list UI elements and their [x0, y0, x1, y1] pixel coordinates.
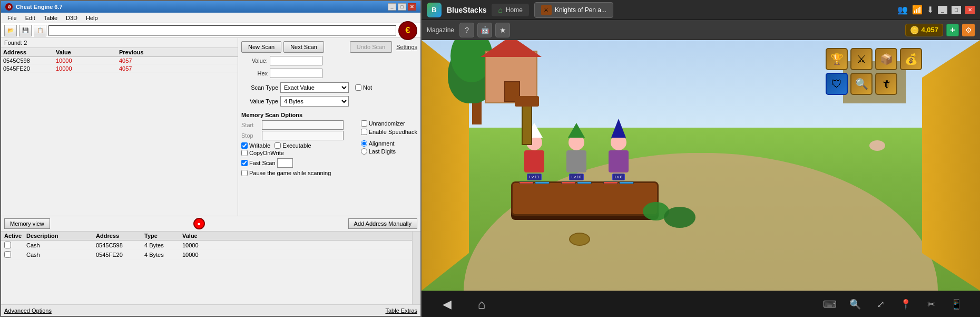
game-icon: ⚔	[541, 5, 552, 15]
ce-app-icon: ⚙	[5, 3, 13, 11]
stop-input[interactable]: 7fffffffffffff	[262, 131, 344, 140]
memory-view-button[interactable]: Memory view	[4, 218, 50, 229]
advanced-options-link[interactable]: Advanced Options	[4, 308, 52, 314]
add-address-manually-button[interactable]: Add Address Manually	[348, 218, 417, 229]
background-animal	[869, 140, 885, 151]
unrandomizer-checkbox[interactable]	[361, 120, 367, 127]
writable-checkbox[interactable]	[241, 142, 248, 149]
menu-help[interactable]: Help	[82, 14, 102, 22]
toolbar-btn-1[interactable]: 📂	[4, 25, 17, 36]
table-extras-link[interactable]: Table Extras	[385, 308, 417, 314]
bs-people-icon[interactable]: 👥	[897, 5, 908, 15]
mem-scan-options-section: Memory Scan Options Start 00000000000000…	[241, 112, 417, 176]
menu-edit[interactable]: Edit	[21, 14, 40, 22]
hex-input[interactable]: 4057	[270, 69, 322, 78]
menu-file[interactable]: File	[3, 14, 21, 22]
bs-tool-question[interactable]: ?	[459, 23, 474, 37]
bs-tool-star[interactable]: ★	[495, 23, 510, 37]
menu-table[interactable]: Table	[40, 14, 62, 22]
bs-scissors-btn[interactable]: ✂	[923, 296, 939, 312]
bs-home-btn[interactable]: ⌂	[472, 295, 491, 314]
bs-keyboard-btn[interactable]: ⌨	[822, 296, 838, 312]
addr-value-2: 10000	[182, 252, 224, 258]
executable-checkbox[interactable]	[275, 142, 281, 149]
process-address-input[interactable]: 00001BB0-BlueStacks.exe	[48, 25, 396, 36]
addr-active-1[interactable]	[4, 242, 25, 248]
stop-icon-inner: ■	[198, 222, 200, 226]
undo-scan-button[interactable]: Undo Scan	[350, 41, 392, 53]
bs-close-btn[interactable]: ✕	[965, 6, 975, 14]
bs-search-btn[interactable]: 🔍	[847, 296, 863, 312]
bs-game-tab-label: Knights of Pen a...	[555, 6, 606, 14]
new-scan-button[interactable]: New Scan	[241, 41, 281, 53]
bs-nav-left: ◀ ⌂	[437, 295, 491, 314]
game-icon-7[interactable]: 🗡	[875, 73, 897, 95]
bs-download-icon[interactable]: ⬇	[927, 5, 934, 15]
scan-result-row-1[interactable]: 0545C598 10000 4057	[1, 57, 238, 65]
bs-maximize-btn[interactable]: □	[952, 6, 961, 14]
fast-scan-checkbox[interactable]	[241, 160, 248, 166]
hex-label: Hex	[241, 70, 268, 76]
bs-coins-display: 🪙 4,057	[905, 24, 943, 36]
bs-tool-android[interactable]: 🤖	[477, 23, 492, 37]
address-row-2[interactable]: Cash 0545FE20 4 Bytes 10000	[1, 250, 412, 260]
stop-scan-icon[interactable]: ■	[193, 218, 205, 229]
addr-value-1: 10000	[182, 242, 224, 248]
found-count: Found: 2	[1, 38, 238, 48]
menu-d3d[interactable]: D3D	[62, 14, 82, 22]
game-icon-3[interactable]: 📦	[875, 48, 897, 70]
toolbar-btn-2[interactable]: 💾	[19, 25, 32, 36]
alignment-radio[interactable]	[361, 140, 367, 147]
scan-result-row-2[interactable]: 0545FE20 10000 4057	[1, 65, 238, 73]
addr-address-1: 0545C598	[96, 242, 143, 248]
next-scan-button[interactable]: Next Scan	[283, 41, 324, 53]
game-icon-1[interactable]: 🏆	[826, 48, 848, 70]
ce-titlebar-left: ⚙ Cheat Engine 6.7	[5, 3, 63, 11]
lv-badge-3: Lv.8	[612, 174, 625, 180]
bs-logo: B	[427, 3, 442, 17]
toolbar-btn-3[interactable]: 📋	[34, 25, 46, 36]
ce-status-bar: Advanced Options Table Extras	[1, 304, 420, 316]
addr-checkbox-1[interactable]	[4, 242, 11, 248]
game-icon-5[interactable]: 🛡	[826, 73, 848, 95]
bs-game-viewport[interactable]: Lv.11 Lv.10 Lv.8	[422, 40, 980, 291]
bs-game-tab[interactable]: ⚔ Knights of Pen a...	[534, 2, 613, 18]
game-icon-4[interactable]: 💰	[900, 48, 922, 70]
close-button[interactable]: ✕	[408, 3, 416, 11]
fast-scan-value[interactable]: 4	[277, 158, 293, 168]
scrollbar[interactable]	[412, 232, 420, 304]
game-icon-6[interactable]: 🔍	[850, 73, 873, 95]
bs-location-btn[interactable]: 📍	[898, 296, 914, 312]
bs-minimize-btn[interactable]: _	[938, 6, 947, 14]
header-address: Address	[3, 49, 56, 55]
bs-plus-btn[interactable]: +	[946, 24, 959, 36]
bluestacks-window: B BlueStacks ⌂ Home ⚔ Knights of Pen a..…	[422, 0, 980, 317]
minimize-button[interactable]: _	[388, 3, 396, 11]
bs-signal-icon[interactable]: 📶	[912, 5, 923, 15]
value-type-select[interactable]: 4 Bytes	[280, 96, 349, 107]
last-digits-radio[interactable]	[361, 148, 367, 155]
addr-desc-2: Cash	[26, 252, 95, 258]
bs-tablet-btn[interactable]: 📱	[948, 296, 964, 312]
bs-brand-name: BlueStacks	[447, 6, 486, 14]
maximize-button[interactable]: □	[398, 3, 406, 11]
settings-link[interactable]: Settings	[396, 44, 417, 50]
game-icon-2[interactable]: ⚔	[850, 48, 873, 70]
addr-checkbox-2[interactable]	[4, 251, 11, 258]
copy-on-write-checkbox[interactable]	[241, 150, 248, 156]
pause-checkbox[interactable]	[241, 170, 248, 176]
bs-settings-btn[interactable]: ⚙	[962, 24, 975, 36]
start-input[interactable]: 00000000000000000	[262, 120, 344, 130]
nest-area	[569, 233, 590, 246]
speedhack-checkbox[interactable]	[361, 129, 367, 135]
addr-active-2[interactable]	[4, 251, 25, 258]
bs-home-tab[interactable]: ⌂ Home	[492, 4, 528, 16]
address-row-1[interactable]: Cash 0545C598 4 Bytes 10000	[1, 241, 412, 250]
pause-label: Pause the game while scanning	[249, 170, 331, 176]
scan-type-select[interactable]: Exact Value	[280, 82, 349, 93]
hex-row: Hex 4057	[241, 69, 417, 78]
bs-back-btn[interactable]: ◀	[437, 295, 456, 314]
value-input[interactable]: 4057	[270, 56, 322, 65]
not-checkbox[interactable]	[355, 84, 361, 91]
bs-fullscreen-btn[interactable]: ⤢	[873, 296, 888, 312]
